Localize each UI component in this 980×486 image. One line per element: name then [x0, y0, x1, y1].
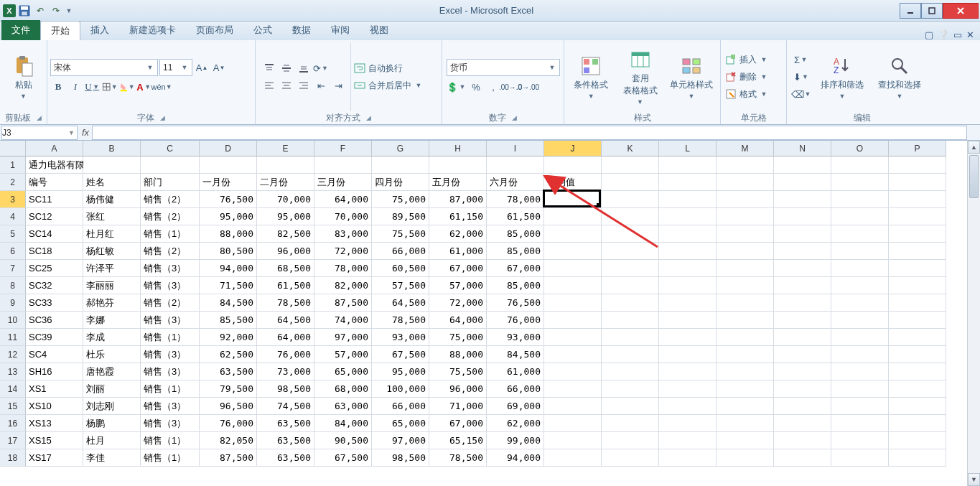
cell[interactable]: [544, 380, 602, 398]
cell[interactable]: [717, 174, 774, 191]
cell[interactable]: [774, 312, 831, 329]
scroll-down-icon[interactable]: ▼: [968, 473, 980, 486]
qat-dropdown[interactable]: ▼: [65, 4, 73, 18]
cell[interactable]: 87,000: [429, 191, 487, 208]
cell[interactable]: [774, 174, 831, 191]
cell[interactable]: 85,000: [487, 243, 544, 260]
cell[interactable]: [774, 260, 831, 277]
cell[interactable]: XS1: [26, 380, 83, 398]
column-header[interactable]: M: [717, 141, 774, 156]
font-name-combo[interactable]: 宋体▼: [50, 59, 158, 76]
cell[interactable]: SC39: [26, 329, 83, 346]
cell[interactable]: 72,000: [429, 294, 487, 312]
cell[interactable]: [774, 363, 831, 380]
cell[interactable]: 67,500: [372, 346, 429, 363]
undo-icon[interactable]: ↶: [33, 4, 47, 18]
cell[interactable]: 杜月: [83, 432, 141, 449]
border-button[interactable]: ▼: [102, 79, 118, 95]
cell[interactable]: 93,000: [372, 329, 429, 346]
cell[interactable]: [602, 277, 659, 294]
cell[interactable]: [602, 243, 659, 260]
cell[interactable]: [774, 208, 831, 225]
cell[interactable]: 85,000: [487, 225, 544, 243]
cell[interactable]: [659, 208, 717, 225]
cell[interactable]: 76,000: [257, 346, 314, 363]
cell[interactable]: [717, 432, 774, 449]
cell[interactable]: 80,500: [200, 243, 257, 260]
cell[interactable]: 94,000: [200, 260, 257, 277]
cell[interactable]: [889, 191, 946, 208]
row-header[interactable]: 2: [0, 174, 26, 191]
row-header[interactable]: 14: [0, 380, 26, 398]
cell[interactable]: [602, 225, 659, 243]
italic-button[interactable]: I: [67, 79, 83, 95]
cell[interactable]: [659, 329, 717, 346]
cell[interactable]: [83, 156, 141, 174]
cell[interactable]: 唐艳霞: [83, 363, 141, 380]
autosum-icon[interactable]: Σ▼: [791, 52, 811, 67]
cell[interactable]: [774, 398, 831, 415]
cell[interactable]: [659, 449, 717, 467]
cell[interactable]: 61,500: [487, 208, 544, 225]
save-icon[interactable]: [17, 4, 32, 18]
dialog-launcher-icon[interactable]: ◢: [512, 114, 517, 121]
cell[interactable]: SC18: [26, 243, 83, 260]
cell[interactable]: [717, 398, 774, 415]
cell[interactable]: 62,500: [200, 346, 257, 363]
minimize-button[interactable]: [900, 3, 921, 19]
cell[interactable]: 76,500: [200, 191, 257, 208]
tab-视图[interactable]: 视图: [360, 21, 398, 40]
cell[interactable]: SC32: [26, 277, 83, 294]
dialog-launcher-icon[interactable]: ◢: [160, 114, 165, 121]
cell[interactable]: 销售（1）: [141, 432, 200, 449]
cell[interactable]: 杨伟健: [83, 191, 141, 208]
cell[interactable]: 通力电器有限公司2006年上半年销售业绩统计表: [26, 156, 83, 174]
cell[interactable]: [602, 174, 659, 191]
tab-页面布局[interactable]: 页面布局: [186, 21, 243, 40]
dialog-launcher-icon[interactable]: ◢: [366, 114, 371, 121]
column-header[interactable]: G: [372, 141, 429, 156]
cell[interactable]: 67,000: [429, 415, 487, 432]
cell[interactable]: SC25: [26, 260, 83, 277]
cell[interactable]: [602, 415, 659, 432]
cell[interactable]: [659, 380, 717, 398]
cell[interactable]: 销售（3）: [141, 260, 200, 277]
cell[interactable]: [717, 208, 774, 225]
cell[interactable]: 一月份: [200, 174, 257, 191]
cell[interactable]: 销售（1）: [141, 225, 200, 243]
cell[interactable]: 68,500: [257, 260, 314, 277]
cell[interactable]: SC14: [26, 225, 83, 243]
cell[interactable]: 100,000: [372, 380, 429, 398]
delete-cells-button[interactable]: 删除▼: [725, 69, 782, 85]
row-header[interactable]: 13: [0, 363, 26, 380]
cell[interactable]: [774, 243, 831, 260]
cell[interactable]: 78,500: [429, 449, 487, 467]
cell[interactable]: [659, 174, 717, 191]
cell[interactable]: [659, 191, 717, 208]
cell[interactable]: 部门: [141, 174, 200, 191]
cell[interactable]: 66,000: [372, 243, 429, 260]
cell[interactable]: 销售（3）: [141, 398, 200, 415]
cell[interactable]: [544, 260, 602, 277]
cell[interactable]: 65,150: [429, 432, 487, 449]
cell[interactable]: [889, 363, 946, 380]
cell[interactable]: [372, 156, 429, 174]
cell[interactable]: [831, 174, 889, 191]
cell[interactable]: [544, 191, 602, 208]
cell[interactable]: 96,500: [200, 398, 257, 415]
cell[interactable]: 刘志刚: [83, 398, 141, 415]
cell[interactable]: [659, 277, 717, 294]
cell[interactable]: [717, 277, 774, 294]
column-header[interactable]: A: [26, 141, 83, 156]
cell[interactable]: [889, 277, 946, 294]
cell[interactable]: 66,000: [372, 398, 429, 415]
cell[interactable]: [659, 312, 717, 329]
cell[interactable]: [544, 208, 602, 225]
cell[interactable]: [889, 260, 946, 277]
column-header[interactable]: H: [429, 141, 487, 156]
cell[interactable]: 销售（1）: [141, 449, 200, 467]
cell[interactable]: [544, 329, 602, 346]
cell[interactable]: 销售（1）: [141, 380, 200, 398]
align-top-icon[interactable]: [261, 60, 277, 76]
cell[interactable]: [889, 225, 946, 243]
